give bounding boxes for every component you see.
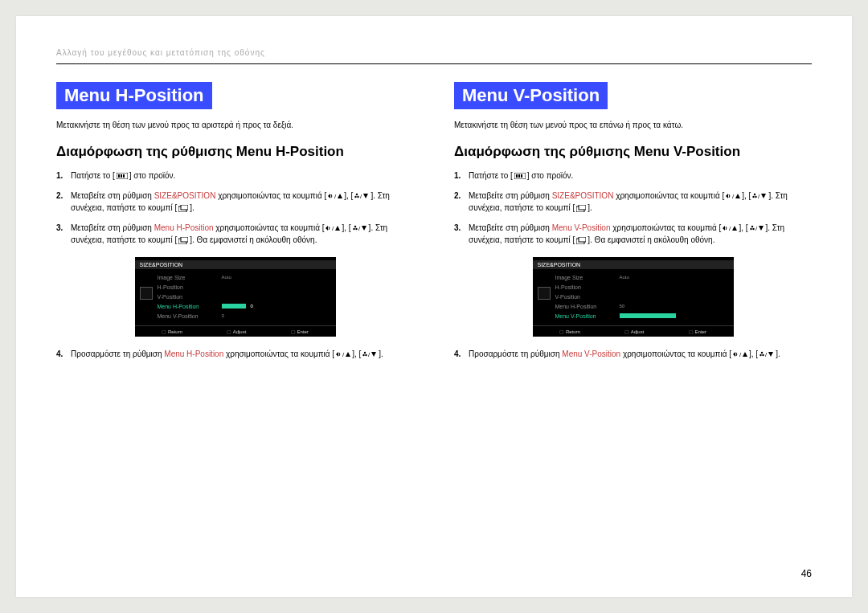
svg-point-8 <box>355 196 357 198</box>
osd-panel: SIZE&POSITION Image SizeAuto H-Position … <box>533 257 734 337</box>
subhead-right: Διαμόρφωση της ρύθμισης Menu V-Position <box>454 144 812 160</box>
step-text: Μεταβείτε στη ρύθμιση Menu H-Position χρ… <box>71 222 414 246</box>
steps-left: 1. Πατήστε το [] στο προϊόν. 2. Μεταβείτ… <box>56 170 414 246</box>
svg-point-49 <box>751 226 752 227</box>
page-number: 46 <box>801 568 812 579</box>
svg-rect-1 <box>118 174 120 178</box>
intro-right: Μετακινήστε τη θέση των μενού προς τα επ… <box>454 121 812 129</box>
svg-marker-46 <box>723 226 725 231</box>
vol-down-icon: / <box>362 351 377 358</box>
osd-footer: Return Adjust Enter <box>533 325 734 337</box>
step-1: 1. Πατήστε το [] στο προϊόν. <box>56 170 414 182</box>
step-num: 2. <box>56 190 66 214</box>
svg-point-40 <box>753 196 755 198</box>
step-4: 4. Προσαρμόστε τη ρύθμιση Menu V-Positio… <box>454 348 812 360</box>
enter-icon <box>576 237 586 244</box>
step-num: 4. <box>454 348 464 360</box>
svg-text:/: / <box>729 225 731 231</box>
steps-right: 1. Πατήστε το [] στο προϊόν. 2. Μεταβείτ… <box>454 170 812 246</box>
svg-point-59 <box>761 352 763 353</box>
vol-up-icon: / <box>723 225 737 231</box>
step-num: 1. <box>56 170 66 182</box>
step-num: 3. <box>454 222 464 246</box>
osd-rows: Image SizeAuto H-Position V-Position Men… <box>135 271 336 325</box>
svg-marker-43 <box>761 194 766 198</box>
step-text: Μεταβείτε στη ρύθμιση SIZE&POSITION χρησ… <box>71 190 414 214</box>
menu-icon <box>514 173 526 179</box>
enter-icon <box>178 237 188 244</box>
svg-point-17 <box>354 226 355 227</box>
svg-text:/: / <box>342 351 345 358</box>
svg-point-9 <box>358 196 359 198</box>
subhead-left: Διαμόρφωση της ρύθμισης Menu H-Position <box>56 144 414 160</box>
vol-up-icon: / <box>733 351 747 358</box>
svg-point-41 <box>755 196 757 198</box>
osd-screenshot-right: SIZE&POSITION Image SizeAuto H-Position … <box>454 257 812 337</box>
svg-rect-45 <box>579 205 586 210</box>
svg-point-39 <box>754 194 755 195</box>
svg-point-19 <box>355 228 357 230</box>
svg-text:/: / <box>755 225 758 231</box>
svg-marker-31 <box>371 352 376 357</box>
intro-left: Μετακινήστε τη θέση των μενού προς τα αρ… <box>56 121 414 129</box>
step-text: Μεταβείτε στη ρύθμιση SIZE&POSITION χρησ… <box>469 190 812 214</box>
vol-down-icon: / <box>760 351 774 358</box>
document-page: Αλλαγή του μεγέθους και μετατόπιση της ο… <box>16 16 852 597</box>
horizontal-rule <box>56 63 812 64</box>
right-column: Menu V-Position Μετακινήστε τη θέση των … <box>454 82 812 368</box>
left-column: Menu H-Position Μετακινήστε τη θέση των … <box>56 82 414 368</box>
step-3: 3. Μεταβείτε στη ρύθμιση Menu V-Position… <box>454 222 812 246</box>
steps-left-cont: 4. Προσαρμόστε τη ρύθμιση Menu H-Positio… <box>56 348 414 360</box>
svg-text:/: / <box>758 193 760 199</box>
osd-footer: Return Adjust Enter <box>135 325 336 337</box>
menu-icon <box>117 173 128 179</box>
svg-point-51 <box>752 228 754 230</box>
step-3: 3. Μεταβείτε στη ρύθμιση Menu H-Position… <box>56 222 414 246</box>
svg-point-60 <box>760 354 761 356</box>
step-4: 4. Προσαρμόστε τη ρύθμιση Menu H-Positio… <box>56 348 414 360</box>
svg-marker-53 <box>759 226 764 231</box>
step-num: 1. <box>454 170 464 182</box>
svg-marker-21 <box>362 226 366 231</box>
svg-text:/: / <box>765 351 768 358</box>
svg-marker-14 <box>326 226 328 231</box>
step-1: 1. Πατήστε το [] στο προϊόν. <box>454 170 812 182</box>
svg-point-18 <box>353 228 354 230</box>
svg-text:/: / <box>739 351 742 358</box>
section-title-left: Menu H-Position <box>56 82 212 109</box>
osd-category-icon <box>538 287 551 300</box>
svg-marker-56 <box>733 352 735 357</box>
svg-text:/: / <box>368 351 371 358</box>
svg-rect-3 <box>123 174 125 178</box>
svg-marker-26 <box>346 352 350 357</box>
svg-marker-36 <box>726 194 728 198</box>
vol-down-icon: / <box>752 193 767 199</box>
svg-marker-4 <box>328 194 330 198</box>
svg-rect-35 <box>521 174 522 178</box>
step-text: Μεταβείτε στη ρύθμιση Menu V-Position χρ… <box>469 222 812 246</box>
svg-point-27 <box>364 352 366 353</box>
svg-rect-13 <box>181 205 188 210</box>
step-text: Πατήστε το [] στο προϊόν. <box>71 170 175 182</box>
svg-rect-23 <box>181 237 188 242</box>
vol-up-icon: / <box>726 193 740 199</box>
svg-marker-63 <box>768 352 773 357</box>
steps-right-cont: 4. Προσαρμόστε τη ρύθμιση Menu V-Positio… <box>454 348 812 360</box>
vol-up-icon: / <box>336 351 350 358</box>
step-text: Προσαρμόστε τη ρύθμιση Menu H-Position χ… <box>71 348 383 360</box>
osd-panel: SIZE&POSITION Image SizeAuto H-Position … <box>135 257 336 337</box>
svg-rect-34 <box>518 174 520 178</box>
step-num: 4. <box>56 348 66 360</box>
section-title-right: Menu V-Position <box>454 82 608 109</box>
osd-screenshot-left: SIZE&POSITION Image SizeAuto H-Position … <box>56 257 414 337</box>
columns: Menu H-Position Μετακινήστε τη θέση των … <box>56 82 812 368</box>
vol-up-icon: / <box>326 225 340 231</box>
svg-point-29 <box>366 354 367 356</box>
svg-marker-48 <box>732 226 737 231</box>
enter-icon <box>576 205 586 212</box>
svg-rect-33 <box>516 174 518 178</box>
svg-marker-6 <box>338 194 342 198</box>
svg-rect-2 <box>121 174 122 178</box>
svg-point-28 <box>363 354 365 356</box>
svg-marker-11 <box>363 194 368 198</box>
